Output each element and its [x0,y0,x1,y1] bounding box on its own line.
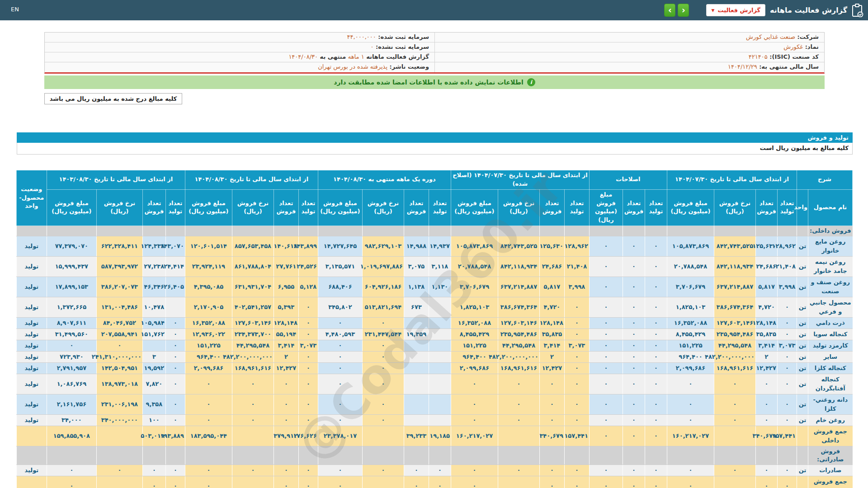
value-cell: ۵,۳۹۳ [274,297,298,318]
value-cell: ۱۲۵,۶۳۰ [539,236,564,257]
value-cell: ۰ [165,465,185,476]
table-cell [232,446,274,465]
value-cell: ۶۳۱,۹۳۱,۷۰۴ [232,277,274,297]
value-cell: ۳۴۰,۰۰۰,۰۰۰ [96,415,142,426]
value-cell: ۰ [589,329,623,340]
column-header: تعداد تولید [645,189,667,225]
value-cell: ۰ [362,465,404,476]
value-cell: ۸۴۲,۷۴۳,۵۲۵ [714,236,756,257]
value-cell: ۸۶۱,۷۸۸,۸۰۴ [232,257,274,277]
info-cell: سرمایه ثبت نشده: ۰ [45,42,434,52]
prev-report-button[interactable]: ‹ [678,4,689,17]
info-label: گزارش فعالیت ماهانه [364,53,429,60]
value-cell: ۲۳۴,۳۷۳,۷۰۰ [232,329,274,340]
value-cell: ۰ [667,415,714,426]
info-value: صنعت غذايي كورش [746,33,795,40]
status-cell: تولید [16,297,47,318]
company-info-table: شرکت: صنعت غذايي كورش سرمایه ثبت شده: ۴۴… [44,32,825,74]
value-cell: ۰ [165,318,185,329]
table-cell [16,446,47,465]
product-name-cell: کارمزد تولید [808,340,853,352]
value-cell: ۰ [564,374,589,394]
value-cell: ۰ [589,374,623,394]
column-header: مبلغ فروش (میلیون ریال) [451,189,498,225]
value-cell [404,340,429,352]
value-cell: ۰ [165,329,185,340]
value-cell: ۳ [142,352,165,363]
language-switch-en[interactable]: EN [11,6,19,13]
value-cell [429,318,451,329]
value-cell: ۰ [498,465,539,476]
value-cell: ۰ [645,297,667,318]
value-cell: ۴۸۲,۲۰۰,۰۰۰,۰۰۰ [498,352,539,363]
value-cell: ۰ [623,329,645,340]
column-header-status: وضعیت محصول-واحد [16,170,47,226]
value-cell [429,352,451,363]
value-cell: ۰ [451,415,498,426]
value-cell: ۰ [362,394,404,415]
product-name-cell: کنجاله کلزا [808,363,853,374]
table-cell [797,226,808,236]
value-cell: ۰ [298,363,318,374]
value-cell: ۰ [404,476,429,488]
table-row: کارمزد تولیدتن۳,۰۷۳۳,۴۱۴۴۴,۲۹۵,۵۴۸۱۵۱,۲۲… [16,340,852,352]
value-cell: ۲۷,۲۳۸ [142,257,165,277]
table-cell [16,226,47,236]
value-cell: ۰ [589,465,623,476]
value-cell: ۰ [185,476,232,488]
section-label: فروش صادراتی: [808,446,853,465]
value-cell: ۰ [589,297,623,318]
value-cell: ۱,۰۸۶,۷۶۹ [47,374,96,394]
value-cell: ۶۰۴,۹۲۶,۱۸۶ [362,277,404,297]
value-cell: ۰ [564,394,589,415]
value-cell: ۰ [362,363,404,374]
info-label: سال مالی منتهی به: [757,63,819,70]
value-cell: ۳۸۶,۲۰۷,۰۷۳ [96,277,142,297]
value-cell: ۱۷,۸۹۹,۱۵۳ [47,277,96,297]
info-value: ۴۲۱۴۰۵ [749,53,768,60]
value-cell: ۰ [274,476,298,488]
report-type-dropdown[interactable]: گزارش فعالیت ▼ [706,4,765,16]
value-cell: ۲۴,۵۲۶ [298,257,318,277]
value-cell: ۰ [539,465,564,476]
value-cell: ۳,۱۱۸ [429,257,451,277]
unit-cell: تن [797,394,808,415]
value-cell: ۰ [362,374,404,394]
value-cell: ۰ [498,415,539,426]
table-cell [185,446,232,465]
column-header: تعداد تولید [564,189,589,225]
info-value: ۱۴۰۴/۱۲/۲۹ [728,63,757,70]
table-cell [274,446,298,465]
unit-cell: تن [797,374,808,394]
column-header: تعداد فروش [756,189,778,225]
report-type-dropdown-label: گزارش فعالیت [717,7,760,14]
value-cell: ۱۶۰,۲۱۷,۰۲۷ [667,426,714,446]
next-report-button[interactable]: › [664,4,675,17]
value-cell: ۰ [623,340,645,352]
value-cell: ۰ [47,340,96,352]
info-row: سال مالی منتهی به: ۱۴۰۴/۱۲/۲۹ وضعیت ناشر… [45,62,824,72]
table-row: دانه روغني- کلزاتن۰۰۰۰۰۰۰۰۰۰۰۰۰۰۰۰۰۰۹,۳۵… [16,394,852,415]
info-label: سرمایه ثبت نشده: [373,43,429,50]
column-header: نرخ فروش (ریال) [714,189,756,225]
value-cell: ۰ [298,297,318,318]
value-cell [404,415,429,426]
value-cell: ۰ [298,415,318,426]
value-cell: ۵,۸۱۷ [539,277,564,297]
value-cell: ۰ [274,374,298,394]
status-cell: تولید [16,340,47,352]
value-cell: ۲۶,۴۰۵ [165,277,185,297]
value-cell: ۰ [564,352,589,363]
value-cell: ۰ [589,415,623,426]
table-cell [778,226,797,236]
value-cell: ۱۶,۳۵۲,۰۸۸ [451,318,498,329]
unit-cell: تن [797,363,808,374]
value-cell: ۰ [589,277,623,297]
value-cell: ۰ [589,394,623,415]
column-group-header: شرح [797,170,853,190]
value-cell: ۳۸۶,۶۷۴,۳۶۴ [714,297,756,318]
column-header: تعداد فروش [274,189,298,225]
product-name-cell: ذرت دامي [808,318,853,329]
value-cell: ۰ [714,394,756,415]
value-cell: ۰ [589,363,623,374]
